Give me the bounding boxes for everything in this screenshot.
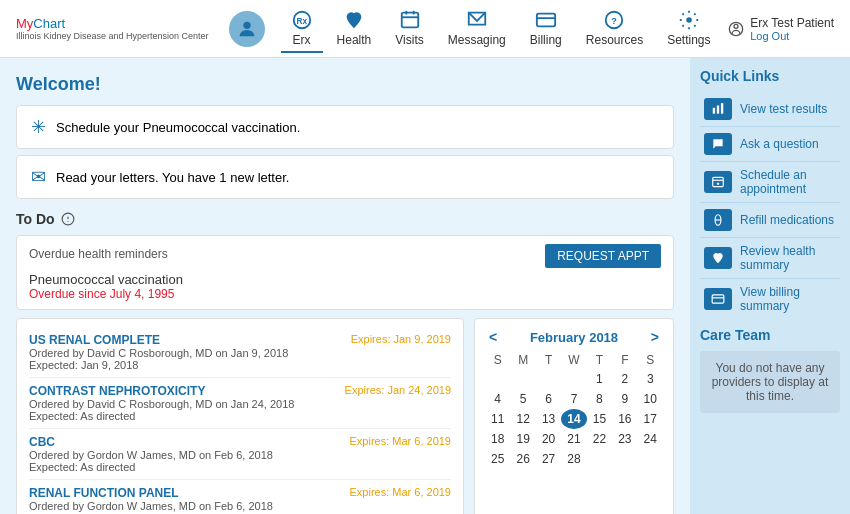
ql-ask-question[interactable]: Ask a question [700, 127, 840, 162]
svg-point-0 [243, 21, 250, 28]
svg-rect-17 [713, 108, 715, 114]
calendar-day[interactable]: 11 [485, 409, 510, 429]
nav-settings[interactable]: Settings [657, 5, 720, 53]
calendar-day[interactable]: 28 [561, 449, 586, 469]
calendar-section: < February 2018 > S M T W T F [474, 318, 674, 514]
svg-rect-19 [721, 103, 723, 114]
nav-health[interactable]: Health [327, 5, 382, 53]
svg-point-13 [734, 24, 738, 28]
ql-label-health-summary: Review health summary [740, 244, 836, 272]
order-item: RENAL FUNCTION PANEL Expires: Mar 6, 201… [29, 480, 451, 514]
cal-day-t2: T [587, 351, 612, 369]
calendar-title: February 2018 [530, 330, 618, 345]
nav-visits-label: Visits [395, 33, 423, 47]
calendar-day[interactable]: 2 [612, 369, 637, 389]
calendar-day[interactable]: 16 [612, 409, 637, 429]
calendar-day[interactable]: 24 [638, 429, 663, 449]
main-nav: Rx Erx Health Visits Messaging Billing ?… [281, 5, 729, 53]
calendar-day [510, 369, 535, 389]
order-detail: Ordered by Gordon W James, MD on Feb 6, … [29, 500, 451, 512]
calendar-day[interactable]: 9 [612, 389, 637, 409]
calendar-day[interactable]: 1 [587, 369, 612, 389]
calendar-day[interactable]: 21 [561, 429, 586, 449]
cal-prev-button[interactable]: < [485, 329, 501, 345]
care-team-empty-message: You do not have any providers to display… [700, 351, 840, 413]
ql-refill-meds[interactable]: Refill medications [700, 203, 840, 238]
nav-messaging[interactable]: Messaging [438, 5, 516, 53]
todo-section: To Do Overdue health reminders REQUEST A… [16, 211, 674, 514]
ql-label-schedule: Schedule an appointment [740, 168, 836, 196]
calendar-day[interactable]: 14 [561, 409, 586, 429]
ql-label-refill: Refill medications [740, 213, 834, 227]
order-item: US RENAL COMPLETE Expires: Jan 9, 2019 O… [29, 327, 451, 378]
order-expires: Expires: Mar 6, 2019 [350, 486, 452, 500]
notif-letters: ✉ Read your letters. You have 1 new lett… [16, 155, 674, 199]
visits-nav-icon [399, 9, 421, 31]
ql-label-test-results: View test results [740, 102, 827, 116]
chart-icon [704, 98, 732, 120]
nav-billing[interactable]: Billing [520, 5, 572, 53]
content-area: Welcome! ✳ Schedule your Pneumococcal va… [0, 58, 690, 514]
calendar-day [536, 369, 561, 389]
cal-day-w: W [561, 351, 586, 369]
calendar-day[interactable]: 20 [536, 429, 561, 449]
calendar-day[interactable]: 17 [638, 409, 663, 429]
calendar-day[interactable]: 5 [510, 389, 535, 409]
health-nav-icon [343, 9, 365, 31]
logo-text: MyChart [16, 16, 209, 31]
nav-erx[interactable]: Rx Erx [281, 5, 323, 53]
ql-schedule-appointment[interactable]: Schedule an appointment [700, 162, 840, 203]
logout-link[interactable]: Log Out [750, 30, 834, 42]
nav-resources[interactable]: ? Resources [576, 5, 653, 53]
order-detail: Ordered by Gordon W James, MD on Feb 6, … [29, 449, 451, 461]
calendar-day[interactable]: 18 [485, 429, 510, 449]
speech-icon [704, 133, 732, 155]
calendar-day[interactable]: 4 [485, 389, 510, 409]
quick-links-title: Quick Links [700, 68, 840, 84]
nav-visits[interactable]: Visits [385, 5, 433, 53]
calendar-day[interactable]: 7 [561, 389, 586, 409]
calendar-day [638, 449, 663, 469]
order-expected: Expected: Jan 9, 2018 [29, 359, 451, 371]
orders-list: US RENAL COMPLETE Expires: Jan 9, 2019 O… [16, 318, 464, 514]
calendar-day[interactable]: 3 [638, 369, 663, 389]
snowflake-icon: ✳ [31, 116, 46, 138]
notif-vaccination-text: Schedule your Pneumococcal vaccination. [56, 120, 300, 135]
orders-calendar-wrap: US RENAL COMPLETE Expires: Jan 9, 2019 O… [16, 318, 674, 514]
ql-health-summary[interactable]: Review health summary [700, 238, 840, 279]
calendar-day[interactable]: 15 [587, 409, 612, 429]
billing-icon [711, 292, 725, 306]
calendar-day[interactable]: 10 [638, 389, 663, 409]
ql-view-test-results[interactable]: View test results [700, 92, 840, 127]
request-appt-button[interactable]: REQUEST APPT [545, 244, 661, 268]
quick-links-section: Quick Links View test results Ask a ques… [700, 68, 840, 319]
ql-billing-summary[interactable]: View billing summary [700, 279, 840, 319]
calendar-day[interactable]: 6 [536, 389, 561, 409]
user-name-logout: Erx Test Patient Log Out [750, 16, 834, 42]
logo-chart: Chart [33, 16, 65, 31]
calendar-day[interactable]: 25 [485, 449, 510, 469]
right-sidebar: Quick Links View test results Ask a ques… [690, 58, 850, 514]
credit-card-icon [704, 288, 732, 310]
cal-day-f: F [612, 351, 637, 369]
calendar-day[interactable]: 23 [612, 429, 637, 449]
order-expected: Expected: As directed [29, 461, 451, 473]
calendar-day[interactable]: 22 [587, 429, 612, 449]
order-detail: Ordered by David C Rosborough, MD on Jan… [29, 398, 451, 410]
calendar-day[interactable]: 27 [536, 449, 561, 469]
calendar-day[interactable]: 13 [536, 409, 561, 429]
order-expires: Expires: Jan 24, 2019 [345, 384, 451, 398]
billing-nav-icon [535, 9, 557, 31]
cal-day-s2: S [638, 351, 663, 369]
calendar-week-row: 123 [485, 369, 663, 389]
order-item: CONTRAST NEPHROTOXICITY Expires: Jan 24,… [29, 378, 451, 429]
cal-day-m: M [510, 351, 535, 369]
calendar-day[interactable]: 12 [510, 409, 535, 429]
cal-next-button[interactable]: > [647, 329, 663, 345]
calendar-day[interactable]: 26 [510, 449, 535, 469]
calendar-day[interactable]: 19 [510, 429, 535, 449]
ql-label-billing: View billing summary [740, 285, 836, 313]
calendar-day [587, 449, 612, 469]
header: MyChart Illinois Kidney Disease and Hype… [0, 0, 850, 58]
calendar-day[interactable]: 8 [587, 389, 612, 409]
